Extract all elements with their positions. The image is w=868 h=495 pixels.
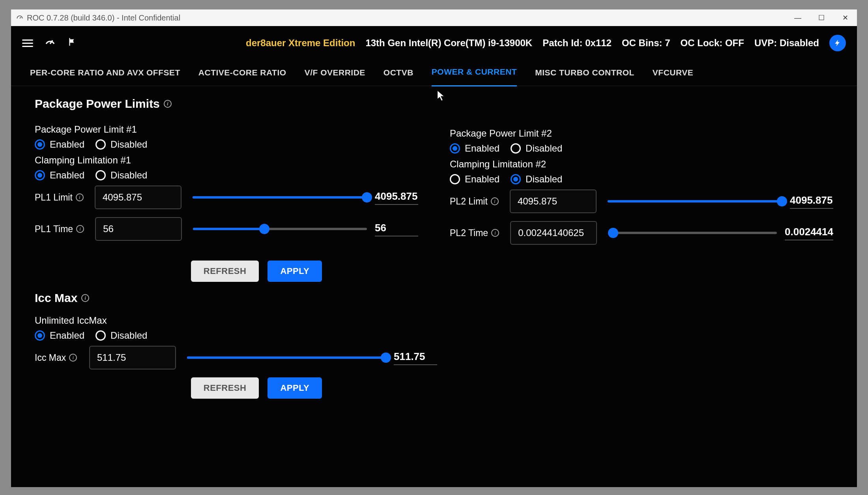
edition-label: der8auer Xtreme Edition — [246, 38, 355, 49]
icc-max-label: Icc Max i — [35, 352, 78, 363]
pl2-disabled-radio[interactable]: Disabled — [511, 143, 562, 154]
pl2-time-value: 0.0024414 — [785, 226, 833, 240]
app-header: der8auer Xtreme Edition 13th Gen Intel(R… — [11, 26, 857, 60]
pl1-title: Package Power Limit #1 — [35, 124, 418, 135]
pl2-limit-slider[interactable] — [608, 200, 782, 202]
header-info: der8auer Xtreme Edition 13th Gen Intel(R… — [246, 35, 846, 51]
lock-label: OC Lock: OFF — [681, 38, 744, 49]
pl1-clamp-disabled-radio[interactable]: Disabled — [95, 170, 147, 181]
pl1-limit-slider[interactable] — [193, 196, 367, 199]
patch-label: Patch Id: 0x112 — [542, 38, 612, 49]
info-icon[interactable]: i — [76, 225, 84, 233]
pl1-enabled-radio[interactable]: Enabled — [35, 139, 84, 150]
pl2-title: Package Power Limit #2 — [450, 128, 833, 139]
icc-section-title: Icc Max i — [35, 291, 833, 305]
icc-max-input[interactable] — [89, 346, 176, 369]
bolt-icon[interactable] — [829, 35, 846, 51]
info-icon[interactable]: i — [81, 294, 89, 302]
pl1-clamp-enabled-radio[interactable]: Enabled — [35, 170, 84, 181]
content-area: Package Power Limits i Package Power Lim… — [11, 86, 857, 419]
pl1-time-slider[interactable] — [193, 228, 367, 230]
icc-max-value: 511.75 — [394, 351, 437, 365]
info-icon[interactable]: i — [491, 197, 499, 205]
pl2-limit-input[interactable] — [510, 189, 597, 213]
flag-icon[interactable] — [67, 37, 77, 50]
tab-power-current[interactable]: POWER & CURRENT — [432, 59, 517, 86]
tab-active-core[interactable]: ACTIVE-CORE RATIO — [198, 60, 286, 86]
ppl-refresh-button[interactable]: REFRESH — [191, 261, 259, 282]
pl1-column: Package Power Limit #1 Enabled Disabled … — [35, 121, 418, 253]
tab-vfcurve[interactable]: VFCURVE — [653, 60, 693, 86]
pl2-limit-label: PL2 Limit i — [450, 196, 499, 207]
icc-apply-button[interactable]: APPLY — [268, 377, 322, 399]
pl1-time-value: 56 — [375, 222, 418, 236]
icc-enabled-radio[interactable]: Enabled — [35, 330, 84, 341]
pl1-limit-value: 4095.875 — [375, 190, 418, 205]
pl2-clamp-title: Clamping Limitation #2 — [450, 159, 833, 170]
cpu-label: 13th Gen Intel(R) Core(TM) i9-13900K — [365, 38, 532, 49]
uvp-label: UVP: Disabled — [754, 38, 819, 49]
tab-bar: PER-CORE RATIO AND AVX OFFSET ACTIVE-COR… — [11, 60, 857, 86]
tab-per-core[interactable]: PER-CORE RATIO AND AVX OFFSET — [30, 60, 180, 86]
pl2-clamp-disabled-radio[interactable]: Disabled — [511, 174, 562, 185]
close-button[interactable]: ✕ — [833, 9, 857, 26]
window-title-bar: ROC 0.7.28 (build 346.0) - Intel Confide… — [11, 9, 857, 26]
ppl-apply-button[interactable]: APPLY — [268, 261, 322, 282]
icc-refresh-button[interactable]: REFRESH — [191, 377, 259, 399]
pl1-limit-input[interactable] — [95, 186, 181, 209]
info-icon[interactable]: i — [491, 229, 499, 237]
pl2-enabled-radio[interactable]: Enabled — [450, 143, 499, 154]
gauge-icon[interactable] — [44, 36, 56, 51]
tab-octvb[interactable]: OCTVB — [383, 60, 413, 86]
bins-label: OC Bins: 7 — [622, 38, 670, 49]
pl2-column: Package Power Limit #2 Enabled Disabled … — [450, 125, 833, 253]
pl2-time-slider[interactable] — [608, 232, 777, 234]
pl2-clamp-enabled-radio[interactable]: Enabled — [450, 174, 499, 185]
pl2-time-label: PL2 Time i — [450, 228, 499, 238]
pl2-limit-value: 4095.875 — [790, 194, 833, 209]
pl1-time-label: PL1 Time i — [35, 224, 84, 234]
ppl-section-title: Package Power Limits i — [35, 97, 833, 111]
info-icon[interactable]: i — [69, 354, 77, 362]
minimize-button[interactable]: — — [786, 9, 810, 26]
pl1-time-input[interactable] — [95, 217, 182, 241]
pl2-time-input[interactable] — [510, 221, 597, 245]
window-title: ROC 0.7.28 (build 346.0) - Intel Confide… — [27, 13, 180, 22]
maximize-button[interactable]: ☐ — [810, 9, 833, 26]
menu-button[interactable] — [22, 39, 33, 47]
icc-max-slider[interactable] — [187, 356, 386, 359]
info-icon[interactable]: i — [76, 193, 84, 201]
app-root: der8auer Xtreme Edition 13th Gen Intel(R… — [11, 26, 857, 487]
info-icon[interactable]: i — [164, 100, 172, 108]
icc-unlimited-title: Unlimited IccMax — [35, 315, 833, 326]
icc-disabled-radio[interactable]: Disabled — [95, 330, 147, 341]
pl1-clamp-title: Clamping Limitation #1 — [35, 155, 418, 166]
app-logo-icon — [16, 14, 24, 22]
pl1-limit-label: PL1 Limit i — [35, 192, 84, 203]
pl1-disabled-radio[interactable]: Disabled — [95, 139, 147, 150]
tab-misc-turbo[interactable]: MISC TURBO CONTROL — [535, 60, 634, 86]
tab-vf-override[interactable]: V/F OVERRIDE — [305, 60, 365, 86]
